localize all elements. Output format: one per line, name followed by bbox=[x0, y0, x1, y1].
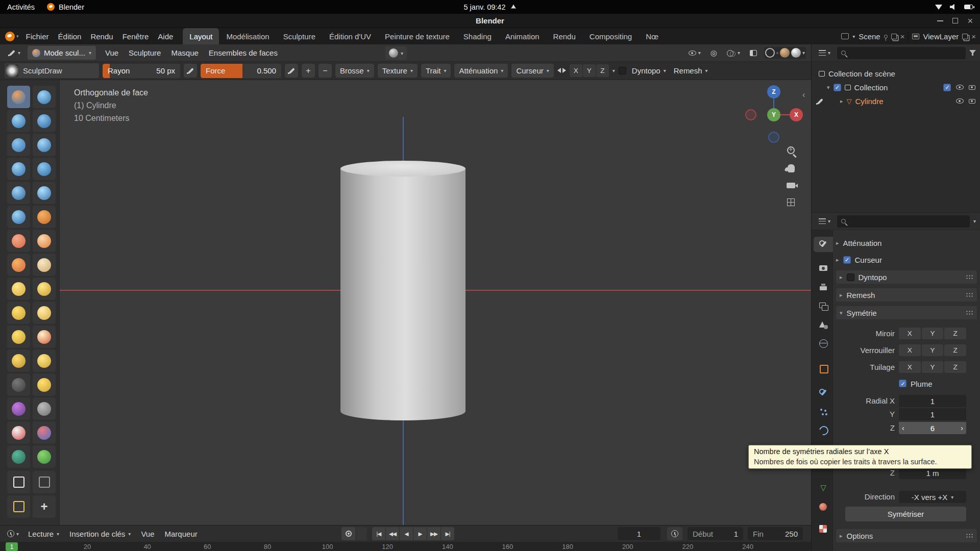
negative-z-axis-handle[interactable] bbox=[768, 132, 779, 143]
panel-grip-icon[interactable] bbox=[966, 310, 973, 315]
brush-box-face-set-button[interactable] bbox=[7, 495, 30, 518]
viewport-menu-sculpture[interactable]: Sculpture bbox=[124, 48, 166, 57]
properties-tab-object[interactable] bbox=[814, 361, 833, 376]
timeline-editor-type-button[interactable]: ▾ bbox=[4, 527, 22, 540]
focused-app-indicator[interactable]: Blender bbox=[47, 3, 84, 11]
z-axis-handle[interactable]: Z bbox=[767, 85, 780, 98]
properties-tab-render[interactable] bbox=[814, 260, 833, 276]
brush-smooth-button[interactable] bbox=[33, 182, 56, 204]
eye-icon[interactable] bbox=[956, 98, 964, 104]
brush-draw-button[interactable] bbox=[7, 86, 30, 108]
keying-set-button[interactable] bbox=[356, 527, 367, 540]
viewport-menu-ensembles-de-faces[interactable]: Ensembles de faces bbox=[204, 48, 283, 57]
playback-menu[interactable]: Lecture ▾ bbox=[24, 530, 63, 538]
brush-nudge-button[interactable] bbox=[7, 325, 30, 348]
editor-type-button[interactable]: ▾ bbox=[5, 46, 23, 60]
wireframe-shading-button[interactable] bbox=[765, 48, 775, 58]
properties-tab-object-data[interactable]: ▽ bbox=[814, 480, 833, 495]
dropdown-trait[interactable]: Trait▾ bbox=[421, 64, 451, 78]
brush-crease-button[interactable] bbox=[7, 182, 30, 204]
visibility-dropdown[interactable]: ▾ bbox=[686, 46, 703, 60]
gizmos-toggle[interactable]: ◎ bbox=[708, 46, 720, 60]
brush-thumb-button[interactable] bbox=[7, 302, 30, 324]
play-button[interactable]: ▶ bbox=[413, 527, 427, 540]
panel-grip-icon[interactable] bbox=[966, 274, 973, 280]
properties-tab-modifiers[interactable] bbox=[814, 385, 833, 400]
brush-box-mask-button[interactable] bbox=[7, 471, 30, 493]
panel-grip-icon[interactable] bbox=[966, 533, 973, 538]
scene-selector[interactable]: Scene bbox=[859, 32, 880, 41]
panel-attenuation[interactable]: ▸ Atténuation bbox=[836, 236, 977, 249]
mirror-y-toggle[interactable]: Y bbox=[922, 328, 944, 339]
tab-compositing[interactable]: Compositing bbox=[583, 28, 639, 44]
play-reverse-button[interactable]: ◀ bbox=[400, 527, 413, 540]
menu-aide[interactable]: Aide bbox=[153, 32, 178, 41]
cursor-checkbox[interactable] bbox=[843, 256, 851, 264]
collapse-arrow-icon[interactable]: ‹ bbox=[802, 90, 805, 99]
frame-start-field[interactable]: Début 1 bbox=[688, 527, 743, 540]
camera-visibility-icon[interactable] bbox=[969, 85, 975, 90]
panel-options[interactable]: ▸ Options bbox=[836, 529, 977, 542]
brush-slide-relax-button[interactable] bbox=[7, 349, 30, 372]
camera-view-icon[interactable] bbox=[787, 183, 795, 188]
eye-icon[interactable] bbox=[956, 85, 964, 90]
outliner-row-collection[interactable]: ▾ Collection bbox=[812, 81, 980, 94]
dropdown-att-nuation[interactable]: Atténuation▾ bbox=[454, 64, 508, 78]
viewlayer-selector[interactable]: ViewLayer bbox=[923, 32, 959, 41]
brush-inflate-button[interactable] bbox=[7, 158, 30, 180]
brush-move-button[interactable]: + bbox=[33, 495, 56, 518]
brush-elastic-deform-button[interactable] bbox=[7, 278, 30, 300]
collection-checkbox[interactable] bbox=[834, 84, 841, 91]
brush-cloth-button[interactable] bbox=[7, 373, 30, 396]
brush-grab-button[interactable] bbox=[33, 254, 56, 276]
lock-x-toggle[interactable]: X bbox=[899, 344, 921, 356]
outliner-row-cylinder[interactable]: ▸ ▽ Cylindre bbox=[812, 94, 980, 108]
properties-tab-scene[interactable] bbox=[814, 317, 833, 333]
properties-tab-material[interactable] bbox=[814, 499, 833, 515]
viewport-menu-masque[interactable]: Masque bbox=[166, 48, 203, 57]
browse-scene-icon[interactable] bbox=[841, 33, 849, 39]
brush-pose-button[interactable] bbox=[33, 302, 56, 324]
brush-scrape-button[interactable] bbox=[7, 230, 30, 252]
x-axis-handle[interactable]: X bbox=[790, 108, 803, 121]
properties-tab-output[interactable] bbox=[814, 280, 833, 295]
dyntopo-panel-checkbox[interactable] bbox=[847, 273, 854, 281]
timeline-ruler[interactable]: 1 20406080100120140160180200220240 bbox=[0, 542, 811, 551]
solid-shading-button[interactable] bbox=[776, 52, 778, 54]
new-viewlayer-icon[interactable] bbox=[962, 34, 968, 39]
brush-multires-displacement-smear-button[interactable] bbox=[33, 421, 56, 444]
ortho-grid-icon[interactable] bbox=[787, 198, 795, 206]
unlink-scene-icon[interactable]: × bbox=[900, 33, 905, 40]
brush-multiplane-scrape-button[interactable] bbox=[33, 230, 56, 252]
new-scene-icon[interactable] bbox=[891, 34, 897, 39]
keying-menu[interactable]: Insertion de clés ▾ bbox=[65, 530, 135, 538]
dyntopo-dropdown[interactable]: Dyntopo ▾ bbox=[630, 64, 668, 78]
playhead-marker[interactable]: 1 bbox=[6, 542, 18, 551]
y-axis-handle[interactable]: Y bbox=[767, 108, 780, 121]
brush-multires-displacement-eraser-button[interactable] bbox=[7, 421, 30, 444]
negative-x-axis-handle[interactable] bbox=[745, 109, 756, 120]
brush-subtract-button[interactable]: − bbox=[318, 64, 332, 78]
properties-tab-world[interactable] bbox=[814, 336, 833, 351]
tiling-z-toggle[interactable]: Z bbox=[944, 361, 966, 373]
disclosure-triangle-icon[interactable]: ▸ bbox=[840, 98, 843, 105]
symmetry-z-toggle[interactable]: Z bbox=[596, 64, 609, 77]
current-frame-field[interactable]: 1 bbox=[618, 527, 660, 540]
brush-snake-hook-button[interactable] bbox=[33, 278, 56, 300]
previous-keyframe-button[interactable]: ◀◀ bbox=[386, 527, 399, 540]
outliner-editor-type-button[interactable]: ▾ bbox=[816, 46, 834, 60]
properties-search-input[interactable] bbox=[837, 215, 970, 228]
clock-menu[interactable]: 5 janv. 09:42 bbox=[464, 3, 517, 11]
xray-toggle[interactable] bbox=[747, 46, 760, 60]
properties-tab-view-layer[interactable] bbox=[814, 298, 833, 314]
properties-editor-type-button[interactable]: ▾ bbox=[816, 215, 834, 228]
marker-menu[interactable]: Marqueur bbox=[161, 530, 202, 538]
menu-fichier[interactable]: Fichier bbox=[21, 32, 54, 41]
tab-layout[interactable]: Layout bbox=[183, 28, 219, 44]
decrement-arrow-icon[interactable]: ‹ bbox=[902, 424, 904, 432]
navigation-gizmo[interactable]: Z Y X bbox=[738, 80, 810, 152]
blender-logo-icon[interactable] bbox=[5, 32, 15, 41]
brush-mask-button[interactable] bbox=[7, 397, 30, 420]
activities-button[interactable]: Activités bbox=[7, 3, 35, 11]
symmetrize-button[interactable]: Symétriser bbox=[845, 507, 966, 521]
